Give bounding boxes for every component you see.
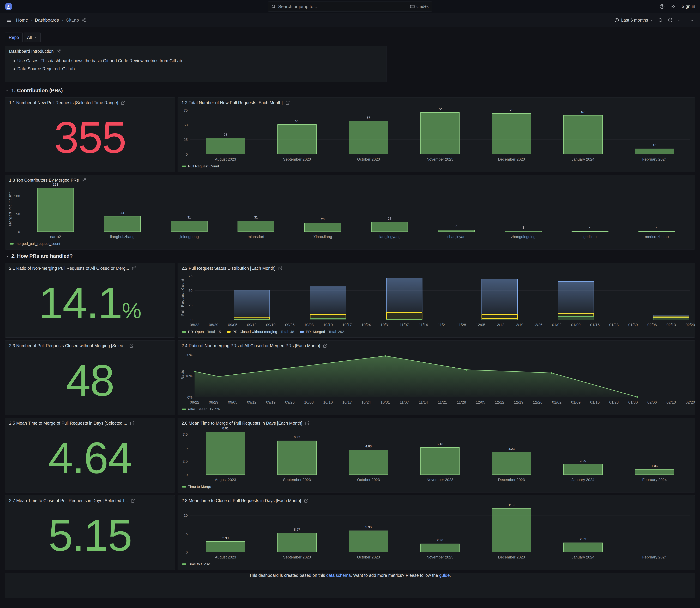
section-row-how-prs-handled[interactable]: 2. How PRs are handled? <box>5 252 695 260</box>
variable-value-dropdown[interactable]: All <box>24 33 41 42</box>
external-link-icon[interactable] <box>131 498 135 503</box>
time-range-picker[interactable]: Last 6 months <box>614 18 654 23</box>
segment-pr-merged[interactable] <box>558 281 594 314</box>
external-link-icon[interactable] <box>132 266 136 271</box>
chart-plot[interactable]: 12344313126286311 <box>22 186 690 232</box>
chart-plot[interactable]: 28515772706710 <box>190 109 690 154</box>
zoom-out-icon[interactable] <box>658 18 663 23</box>
external-link-icon[interactable] <box>285 100 290 105</box>
legend-item[interactable]: Time to Close <box>182 562 210 566</box>
bar[interactable] <box>349 121 388 154</box>
stacked-bar-chart-pr-status[interactable]: Pull Request Count025507508/2208/2909/05… <box>178 272 695 337</box>
bar[interactable] <box>563 543 603 552</box>
breadcrumb-home[interactable]: Home <box>16 18 28 23</box>
external-link-icon[interactable] <box>81 178 86 183</box>
bar[interactable] <box>371 222 408 232</box>
chart-plot[interactable]: 2.995.275.902.3611.92.63 <box>190 507 690 552</box>
external-link-icon[interactable] <box>121 100 125 105</box>
legend-item[interactable]: Pull Request Count <box>182 164 219 168</box>
bar-chart-top-contributors[interactable]: Merged PR Count05010012344313126286311na… <box>5 184 695 249</box>
global-search[interactable]: cmd+k <box>268 2 432 12</box>
external-link-icon[interactable] <box>304 498 308 503</box>
bar[interactable] <box>349 450 388 475</box>
bar-chart-time-to-merge[interactable]: 02.557.58.016.374.685.134.232.001.06Augu… <box>178 427 695 492</box>
guide-link[interactable]: guide <box>439 573 450 578</box>
variable-label-repo[interactable]: Repo <box>5 33 23 42</box>
legend-item[interactable]: merged_pull_request_count <box>10 242 60 246</box>
legend-item[interactable]: PR: Closed without mergingTotal: 48 <box>227 330 294 334</box>
segment-pr-closed-without-merging[interactable] <box>310 314 346 318</box>
bar[interactable] <box>635 469 674 475</box>
sign-in-button[interactable]: Sign in <box>682 4 695 9</box>
bar[interactable] <box>277 125 317 154</box>
bar[interactable] <box>492 452 531 475</box>
data-point[interactable] <box>194 370 195 373</box>
bar[interactable] <box>37 188 74 232</box>
data-point[interactable] <box>384 355 386 357</box>
legend-item[interactable]: ratioMean: 12.4% <box>182 407 220 411</box>
segment-pr-closed-without-merging[interactable] <box>481 314 518 319</box>
legend-item[interactable]: Time to Merge <box>182 484 211 489</box>
refresh-icon[interactable] <box>668 18 673 23</box>
data-schema-link[interactable]: data schema <box>326 573 351 578</box>
data-point[interactable] <box>300 366 302 367</box>
search-input[interactable] <box>278 4 408 9</box>
news-rss-icon[interactable] <box>671 4 676 9</box>
line-chart-nonmerge-ratio[interactable]: Ratio0%10%20%08/2208/2909/0509/1209/1909… <box>178 349 695 415</box>
legend-item[interactable]: PR: MergedTotal: 292 <box>300 330 344 334</box>
section-row-contribution[interactable]: 1. Contribution (PRs) <box>5 87 695 94</box>
segment-pr-merged[interactable] <box>234 290 270 317</box>
bar[interactable] <box>635 149 674 154</box>
share-icon[interactable] <box>81 18 86 22</box>
chart-plot[interactable] <box>194 352 690 397</box>
external-link-icon[interactable] <box>56 49 61 54</box>
bar[interactable] <box>104 216 141 232</box>
external-link-icon[interactable] <box>129 344 134 348</box>
segment-pr-closed-without-merging[interactable] <box>558 314 594 316</box>
refresh-interval-dropdown-icon[interactable] <box>677 19 681 22</box>
bar[interactable] <box>420 112 459 154</box>
bar[interactable] <box>492 113 531 154</box>
segment-pr-merged[interactable] <box>653 315 689 317</box>
segment-pr-open[interactable] <box>481 319 518 320</box>
bar[interactable] <box>277 441 317 475</box>
segment-pr-closed-without-merging[interactable] <box>234 317 270 319</box>
bar[interactable] <box>349 531 388 552</box>
bar-chart-new-prs-per-month[interactable]: 025507528515772706710August 2023Septembe… <box>178 106 695 172</box>
breadcrumb-dashboards[interactable]: Dashboards <box>35 18 59 23</box>
segment-pr-open[interactable] <box>653 318 689 320</box>
external-link-icon[interactable] <box>278 266 283 271</box>
segment-pr-merged[interactable] <box>310 286 346 314</box>
bar[interactable] <box>304 223 341 232</box>
bar[interactable] <box>563 115 603 154</box>
grafana-logo-icon[interactable] <box>5 3 12 10</box>
bar[interactable] <box>420 544 459 552</box>
bar[interactable] <box>438 230 475 232</box>
bar[interactable] <box>277 533 317 552</box>
segment-pr-merged[interactable] <box>481 279 518 314</box>
segment-pr-open[interactable] <box>310 318 346 320</box>
bar[interactable] <box>206 542 245 552</box>
data-point[interactable] <box>551 372 552 374</box>
segment-pr-closed-without-merging[interactable] <box>386 312 422 319</box>
collapse-toolbar-icon[interactable] <box>690 18 694 22</box>
chart-plot[interactable]: 8.016.374.685.134.232.001.06 <box>190 429 690 475</box>
bar[interactable] <box>238 221 274 232</box>
bar[interactable] <box>171 221 207 232</box>
bar[interactable] <box>206 432 245 475</box>
bar[interactable] <box>206 138 245 154</box>
bar[interactable] <box>420 447 459 475</box>
bar-chart-time-to-close[interactable]: 05102.995.275.902.3611.92.63August 2023S… <box>178 504 695 570</box>
help-icon[interactable] <box>659 4 665 9</box>
segment-pr-merged[interactable] <box>386 278 422 312</box>
bar[interactable] <box>492 509 531 552</box>
bar[interactable] <box>563 464 603 475</box>
external-link-icon[interactable] <box>323 344 327 348</box>
external-link-icon[interactable] <box>130 421 134 425</box>
external-link-icon[interactable] <box>305 421 309 425</box>
menu-hamburger-icon[interactable] <box>6 17 12 23</box>
chart-plot[interactable] <box>194 274 690 320</box>
data-point[interactable] <box>218 376 220 377</box>
data-point[interactable] <box>466 369 468 370</box>
legend-item[interactable]: PR: OpenTotal: 15 <box>182 330 221 334</box>
